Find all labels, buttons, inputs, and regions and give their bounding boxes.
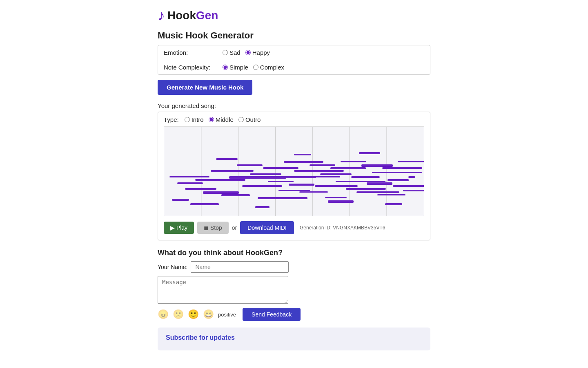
note-bar — [263, 167, 298, 169]
generated-song-label: Your generated song: — [158, 102, 430, 109]
name-label: Your Name: — [158, 264, 187, 270]
generate-button[interactable]: Generate New Music Hook — [158, 80, 252, 95]
type-intro-label[interactable]: Intro — [185, 116, 204, 123]
note-bar — [359, 152, 380, 155]
download-midi-button[interactable]: Download MIDI — [240, 221, 294, 234]
note-bar — [385, 203, 402, 205]
note-bar — [367, 182, 392, 185]
note-bar — [294, 154, 311, 155]
emotion-sad-radio[interactable] — [223, 50, 228, 55]
note-bar — [190, 203, 219, 205]
emotion-label: Emotion: — [164, 49, 217, 56]
note-bar — [393, 185, 424, 187]
complexity-row: Note Complexity: Simple Complex — [158, 60, 430, 74]
positive-icon[interactable]: 🙂 — [188, 309, 199, 320]
note-bar — [258, 197, 307, 199]
note-bar — [237, 164, 263, 166]
note-bar — [284, 161, 324, 163]
note-bar — [315, 185, 358, 187]
complexity-complex-text: Complex — [260, 64, 284, 71]
note-bar — [289, 184, 314, 186]
complexity-simple-radio[interactable] — [223, 65, 228, 70]
negative-icon[interactable]: 🙁 — [173, 309, 184, 320]
very-negative-icon[interactable]: 😠 — [158, 309, 169, 320]
play-button[interactable]: ▶ Play — [164, 222, 194, 234]
type-radio-group: Intro Middle Outro — [185, 116, 261, 123]
emotion-sad-label[interactable]: Sad — [223, 49, 241, 56]
sentiment-label: positive — [218, 312, 236, 318]
note-bar — [403, 190, 424, 191]
complexity-complex-radio[interactable] — [253, 65, 258, 70]
type-outro-text: Outro — [245, 116, 261, 123]
sentiment-row: 😠 🙁 🙂 😄 positive Send Feedback — [158, 308, 430, 321]
feedback-title: What do you think about HookGen? — [158, 249, 430, 257]
note-bar — [242, 185, 282, 187]
page-wrapper: ♪ HookGen Music Hook Generator Emotion: … — [151, 0, 437, 367]
type-intro-text: Intro — [192, 116, 204, 123]
message-textarea[interactable] — [158, 276, 288, 304]
complexity-label: Note Complexity: — [164, 64, 217, 71]
note-bar — [388, 179, 409, 181]
send-feedback-button[interactable]: Send Feedback — [243, 308, 301, 321]
note-bar — [398, 161, 424, 162]
note-bar — [361, 164, 393, 166]
note-bar — [408, 176, 415, 178]
note-bar — [177, 182, 203, 184]
note-bar — [372, 172, 422, 173]
note-bar — [356, 191, 399, 193]
note-bar — [169, 176, 209, 177]
logo-text: HookGen — [167, 9, 218, 22]
type-outro-label[interactable]: Outro — [238, 116, 261, 123]
type-middle-label[interactable]: Middle — [209, 116, 234, 123]
note-bar — [382, 167, 422, 169]
subscribe-box: Subscribe for updates — [158, 328, 430, 350]
note-bar — [351, 176, 380, 178]
note-bar — [221, 194, 250, 196]
complexity-simple-label[interactable]: Simple — [223, 64, 248, 71]
note-bar — [336, 181, 385, 182]
note-bar — [172, 199, 189, 201]
type-middle-radio[interactable] — [209, 117, 214, 122]
name-input[interactable] — [191, 261, 289, 273]
piano-roll — [164, 126, 424, 216]
generation-id: Generation ID: VNGNXAKMBBV35VT6 — [300, 225, 385, 231]
complexity-complex-label[interactable]: Complex — [253, 64, 284, 71]
note-bar — [211, 170, 254, 172]
note-bar — [195, 179, 245, 181]
options-box: Emotion: Sad Happy Note Complexity: Simp… — [158, 45, 430, 75]
note-bar — [325, 197, 346, 199]
or-text: or — [232, 224, 237, 231]
note-bar — [216, 158, 237, 160]
type-outro-radio[interactable] — [238, 117, 244, 122]
emotion-row: Emotion: Sad Happy — [158, 45, 430, 60]
logo-area: ♪ HookGen — [158, 8, 430, 23]
stop-button[interactable]: ◼ Stop — [197, 222, 229, 234]
emotion-happy-label[interactable]: Happy — [245, 49, 270, 56]
emotion-sad-text: Sad — [229, 49, 241, 56]
song-box: Type: Intro Middle Outro — [158, 112, 430, 240]
type-middle-text: Middle — [216, 116, 234, 123]
note-bar — [341, 161, 366, 162]
note-bar — [304, 176, 340, 177]
complexity-radio-group: Simple Complex — [223, 64, 284, 71]
type-label: Type: — [164, 116, 179, 123]
note-bar — [310, 164, 335, 166]
type-row: Type: Intro Middle Outro — [164, 116, 424, 123]
note-bar — [299, 191, 328, 193]
note-bar — [346, 188, 386, 190]
note-bar — [268, 181, 294, 182]
complexity-simple-text: Simple — [229, 64, 248, 71]
emotion-happy-text: Happy — [252, 49, 270, 56]
note-bar — [185, 188, 216, 190]
note-bar — [250, 173, 281, 175]
note-bar — [328, 200, 354, 202]
emotion-radio-group: Sad Happy — [223, 49, 270, 56]
subscribe-title: Subscribe for updates — [166, 334, 422, 341]
emotion-happy-radio[interactable] — [245, 50, 251, 55]
note-bar — [255, 206, 270, 208]
logo-icon: ♪ — [158, 8, 165, 23]
type-intro-radio[interactable] — [185, 117, 190, 122]
page-title: Music Hook Generator — [158, 30, 430, 41]
note-bar — [377, 194, 406, 195]
very-positive-icon[interactable]: 😄 — [203, 309, 214, 320]
